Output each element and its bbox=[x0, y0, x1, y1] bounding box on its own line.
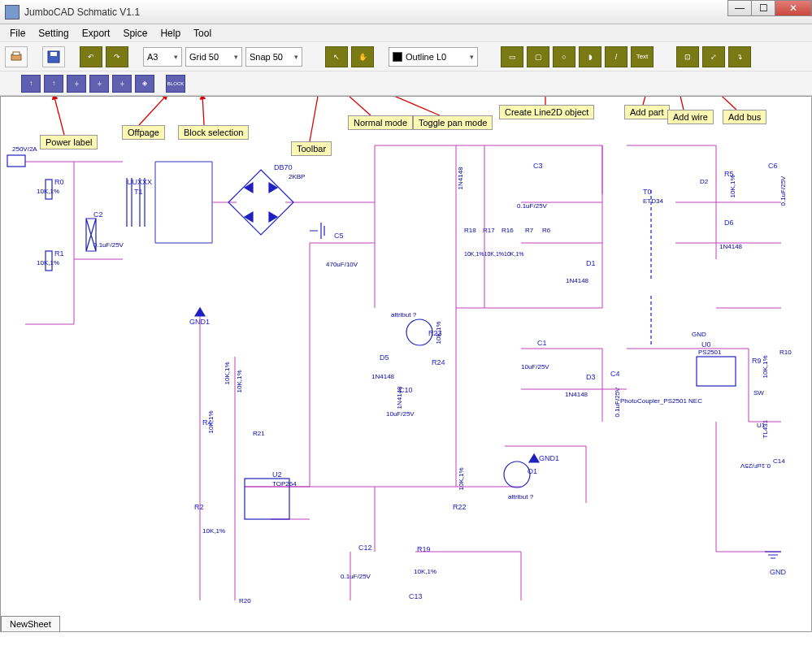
svg-rect-1 bbox=[13, 52, 20, 55]
line-tool-button[interactable]: / bbox=[605, 46, 627, 67]
callout-toggle-pan: Toggle pan mode bbox=[413, 115, 493, 130]
toolbar-secondary: ↑ ↑ ⏚ ⏚ ⏚ ◈ BLOCK bbox=[0, 72, 812, 96]
svg-line-5 bbox=[139, 96, 167, 125]
callout-power-label: Power label bbox=[40, 135, 98, 150]
arc-icon: ◗ bbox=[588, 53, 593, 61]
save-button[interactable] bbox=[42, 46, 65, 67]
printer-icon bbox=[10, 51, 23, 63]
callout-offpage: Offpage bbox=[122, 125, 165, 140]
svg-line-13 bbox=[700, 96, 736, 110]
add-wire-button[interactable]: ⤢ bbox=[702, 46, 725, 67]
toolbar-main: ↶ ↷ A3▾ Grid 50▾ Snap 50▾ ↖ ✋ Outline L0… bbox=[0, 42, 812, 72]
snap-label: Snap 50 bbox=[250, 52, 283, 62]
callout-add-part: Add part bbox=[624, 105, 670, 119]
offpage-icon: ◈ bbox=[142, 80, 147, 87]
gnd-button-2[interactable]: ⏚ bbox=[89, 75, 109, 93]
menu-help[interactable]: Help bbox=[154, 25, 187, 41]
window-controls: — ☐ ✕ bbox=[728, 0, 812, 16]
hand-icon: ✋ bbox=[358, 53, 367, 61]
menu-file[interactable]: File bbox=[3, 25, 32, 41]
svg-rect-3 bbox=[50, 52, 57, 56]
svg-rect-17 bbox=[245, 479, 289, 519]
svg-rect-20 bbox=[697, 357, 736, 386]
menu-setting[interactable]: Setting bbox=[32, 25, 75, 41]
svg-point-19 bbox=[504, 462, 530, 488]
redo-icon: ↷ bbox=[114, 53, 120, 61]
undo-button[interactable]: ↶ bbox=[80, 46, 102, 67]
color-swatch bbox=[393, 52, 402, 62]
bus-icon: ↴ bbox=[736, 53, 743, 61]
circle-icon: ○ bbox=[562, 53, 566, 61]
paper-size-dropdown[interactable]: A3▾ bbox=[143, 47, 182, 67]
window-title: JumboCAD Schmatic V1.1 bbox=[24, 6, 140, 18]
schematic-drawing bbox=[1, 97, 812, 632]
pan-mode-button[interactable]: ✋ bbox=[351, 46, 374, 67]
rounded-rect-icon: ▢ bbox=[535, 53, 542, 61]
cursor-icon: ↖ bbox=[333, 53, 340, 61]
part-icon: ⊡ bbox=[684, 53, 691, 61]
svg-line-11 bbox=[643, 96, 651, 105]
menubar: File Setting Export Spice Help Tool bbox=[0, 24, 812, 42]
rect-tool-button[interactable]: ▭ bbox=[501, 46, 523, 67]
undo-icon: ↶ bbox=[88, 53, 94, 61]
schematic-canvas[interactable]: Power label Offpage Block selection Tool… bbox=[1, 97, 811, 631]
gnd-icon: ⏚ bbox=[75, 80, 79, 87]
text-tool-button[interactable]: Text bbox=[631, 46, 654, 67]
svg-line-6 bbox=[202, 96, 204, 125]
callout-normal-mode: Normal mode bbox=[348, 115, 413, 130]
paper-label: A3 bbox=[147, 52, 158, 62]
callout-add-bus: Add bus bbox=[723, 110, 766, 124]
outline-dropdown[interactable]: Outline L0▾ bbox=[389, 47, 478, 67]
block-select-button[interactable]: BLOCK bbox=[166, 75, 185, 93]
snap-dropdown[interactable]: Snap 50▾ bbox=[245, 47, 302, 67]
minimize-button[interactable]: — bbox=[727, 0, 752, 16]
close-button[interactable]: ✕ bbox=[775, 0, 812, 16]
floppy-icon bbox=[47, 50, 60, 63]
callout-add-wire: Add wire bbox=[667, 110, 714, 124]
chevron-down-icon: ▾ bbox=[294, 53, 298, 61]
callout-toolbar: Toolbar bbox=[291, 141, 332, 156]
wire-icon: ⤢ bbox=[710, 53, 717, 61]
rounded-rect-button[interactable]: ▢ bbox=[527, 46, 549, 67]
add-part-button[interactable]: ⊡ bbox=[676, 46, 699, 67]
arc-tool-button[interactable]: ◗ bbox=[579, 46, 601, 67]
chevron-down-icon: ▾ bbox=[234, 53, 238, 61]
titlebar: JumboCAD Schmatic V1.1 — ☐ ✕ bbox=[0, 0, 812, 24]
maximize-button[interactable]: ☐ bbox=[751, 0, 775, 16]
chevron-down-icon: ▾ bbox=[470, 53, 474, 61]
grid-label: Grid 50 bbox=[189, 52, 219, 62]
app-icon bbox=[5, 5, 20, 20]
menu-export[interactable]: Export bbox=[76, 25, 117, 41]
add-bus-button[interactable]: ↴ bbox=[728, 46, 751, 67]
svg-rect-15 bbox=[46, 180, 52, 199]
vcc-icon: ↑ bbox=[52, 80, 55, 87]
power-label-button[interactable]: ↑ bbox=[21, 75, 41, 93]
line-icon: / bbox=[615, 53, 618, 61]
svg-point-18 bbox=[406, 319, 432, 345]
redo-button[interactable]: ↷ bbox=[106, 46, 128, 67]
menu-tool[interactable]: Tool bbox=[187, 25, 218, 41]
normal-mode-button[interactable]: ↖ bbox=[325, 46, 348, 67]
vcc-icon: ↑ bbox=[29, 80, 33, 87]
print-button[interactable] bbox=[5, 46, 28, 67]
block-icon: BLOCK bbox=[167, 81, 184, 86]
offpage-button[interactable]: ◈ bbox=[135, 75, 154, 93]
grid-dropdown[interactable]: Grid 50▾ bbox=[185, 47, 242, 67]
svg-line-7 bbox=[310, 96, 322, 141]
gnd-icon: ⏚ bbox=[98, 80, 102, 87]
rectangle-icon: ▭ bbox=[509, 53, 516, 61]
svg-rect-16 bbox=[46, 251, 52, 271]
chevron-down-icon: ▾ bbox=[174, 53, 178, 61]
svg-line-4 bbox=[54, 96, 64, 135]
gnd-button-3[interactable]: ⏚ bbox=[112, 75, 132, 93]
menu-spice[interactable]: Spice bbox=[116, 25, 154, 41]
power-label-button-2[interactable]: ↑ bbox=[44, 75, 63, 93]
gnd-button-1[interactable]: ⏚ bbox=[67, 75, 86, 93]
svg-rect-14 bbox=[7, 155, 25, 167]
outline-label: Outline L0 bbox=[406, 52, 446, 62]
callout-create-line2d: Create Line2D object bbox=[499, 105, 594, 119]
canvas-area: Power label Offpage Block selection Tool… bbox=[0, 96, 812, 632]
svg-line-12 bbox=[675, 96, 684, 110]
circle-tool-button[interactable]: ○ bbox=[553, 46, 575, 67]
svg-line-8 bbox=[326, 96, 371, 115]
